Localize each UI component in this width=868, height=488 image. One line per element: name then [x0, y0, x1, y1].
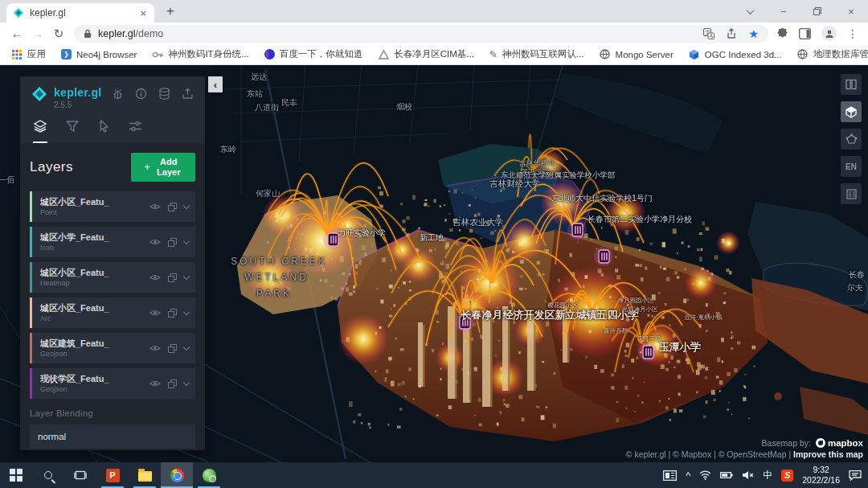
sogou-input-icon[interactable]: S — [781, 470, 793, 482]
taskbar-powerpoint[interactable]: P — [96, 462, 129, 488]
bug-report-icon[interactable] — [112, 88, 124, 100]
extensions-puzzle-icon[interactable] — [776, 27, 788, 39]
eye-icon[interactable] — [149, 273, 161, 281]
tab-interactions[interactable] — [97, 120, 110, 143]
layer-row[interactable]: 城区小区_Featu_Point — [30, 191, 195, 222]
bookmark-mongo[interactable]: Mongo Server — [600, 49, 674, 60]
panel-collapse-button[interactable]: ‹ — [208, 76, 223, 92]
bookmark-neo4j[interactable]: ❯ Neo4j Browser — [61, 49, 137, 59]
sliders-icon — [129, 120, 142, 133]
layer-row[interactable]: 现状学区_Featu_Geojson — [30, 368, 195, 399]
bookmark-internet-auth[interactable]: ✎ 神州数码互联网认... — [489, 48, 584, 60]
file-explorer-icon — [138, 471, 152, 482]
taskbar-search-button[interactable] — [32, 462, 64, 488]
bookmark-star-icon[interactable]: ★ — [748, 27, 759, 40]
volume-muted-icon[interactable] — [742, 470, 754, 480]
ime-indicator[interactable]: 中 — [763, 469, 772, 482]
improve-map-link[interactable]: Improve this map — [793, 449, 863, 459]
bookmark-label: 神州数码IT身份统... — [168, 48, 248, 60]
layer-row[interactable]: 城区小学_Featu_Icon — [30, 227, 195, 257]
map-control-column: EN — [841, 74, 862, 204]
eye-icon[interactable] — [149, 203, 161, 211]
export-share-icon[interactable] — [182, 88, 194, 100]
news-widget-icon[interactable] — [663, 470, 677, 481]
window-menu-chevron[interactable] — [733, 0, 767, 23]
duplicate-icon[interactable] — [168, 309, 177, 318]
bookmark-cim[interactable]: 长春净月区CIM基... — [378, 48, 474, 60]
eye-icon[interactable] — [149, 379, 161, 388]
eye-icon[interactable] — [149, 238, 161, 246]
clock-date: 2022/2/16 — [802, 475, 840, 486]
bookmark-ogc[interactable]: OGC Indexed 3d... — [689, 49, 782, 60]
toggle-3d-button[interactable] — [841, 101, 862, 122]
bookmark-geodb[interactable]: 地理数据库管理—... — [797, 48, 868, 60]
duplicate-icon[interactable] — [168, 379, 177, 388]
side-panel-icon[interactable] — [799, 28, 811, 39]
legend-button[interactable] — [841, 183, 862, 204]
taskbar-gis-app[interactable] — [193, 462, 225, 488]
map-credits: © kepler.gl | © Mapbox | © OpenStreetMap… — [626, 449, 793, 459]
layer-row[interactable]: 城区建筑_Featu_Geojson — [30, 333, 195, 363]
refresh-button[interactable]: ↻ — [48, 24, 69, 43]
layer-row[interactable]: 城区小区_Featu_Arc — [30, 297, 195, 328]
tab-filters[interactable] — [66, 120, 79, 143]
taskbar-clock[interactable]: 9:32 2022/2/16 — [802, 465, 840, 486]
map-canvas[interactable]: 远达东站民丰八道街烟校东岭一佰何家山SOUTH CREEKWETLANDPARK… — [0, 65, 868, 462]
key-icon — [152, 49, 163, 60]
start-button[interactable] — [0, 462, 32, 488]
add-layer-button[interactable]: + Add Layer — [131, 153, 195, 182]
chevron-down-icon[interactable] — [183, 202, 190, 208]
translate-icon[interactable]: 文 A — [703, 28, 714, 39]
eye-icon[interactable] — [149, 309, 161, 317]
chevron-down-icon[interactable] — [183, 237, 190, 244]
back-button[interactable]: ← — [6, 24, 27, 43]
duplicate-icon[interactable] — [168, 344, 177, 353]
profile-avatar[interactable] — [821, 26, 837, 41]
address-bar[interactable]: kepler.gl/demo 文 A ★ — [74, 25, 768, 43]
layer-row[interactable]: 城区小区_Featu_Heatmap — [30, 262, 195, 293]
taskbar-file-explorer[interactable] — [129, 462, 161, 488]
eye-icon[interactable] — [149, 344, 161, 352]
mapbox-logo-icon — [816, 438, 825, 448]
mapbox-logo[interactable]: mapbox — [816, 438, 863, 448]
forward-button[interactable]: → — [27, 24, 48, 43]
neo4j-favicon: ❯ — [61, 49, 72, 59]
powerpoint-icon: P — [106, 469, 120, 482]
taskbar-chrome[interactable] — [161, 462, 193, 488]
action-center-icon[interactable] — [849, 470, 862, 481]
layer-blending-select[interactable]: normal — [30, 424, 195, 449]
minimize-button[interactable]: − — [767, 0, 800, 23]
battery-icon[interactable] — [720, 471, 733, 479]
chevron-down-icon[interactable] — [183, 343, 190, 350]
new-tab-button[interactable]: + — [161, 2, 180, 20]
bookmark-baidu[interactable]: 百度一下，你就知道 — [264, 48, 363, 60]
info-icon[interactable] — [135, 88, 147, 100]
duplicate-icon[interactable] — [168, 203, 177, 211]
wifi-icon[interactable] — [699, 470, 711, 480]
locale-button[interactable]: EN — [841, 156, 862, 177]
tab-close-icon[interactable]: × — [138, 7, 148, 19]
omnibox-icons: 文 A ★ — [703, 27, 759, 40]
layer-name: 城区建筑_Featu_ — [40, 338, 149, 350]
data-table-icon[interactable] — [158, 88, 170, 100]
close-window-button[interactable]: × — [834, 0, 868, 23]
chevron-down-icon[interactable] — [183, 308, 190, 314]
tab-title: kepler.gl — [30, 7, 138, 18]
chevron-down-icon[interactable] — [183, 379, 190, 385]
restore-button[interactable] — [800, 0, 834, 23]
bookmark-it-identity[interactable]: 神州数码IT身份统... — [152, 48, 248, 60]
browser-tab[interactable]: kepler.gl × — [6, 3, 154, 23]
draw-polygon-button[interactable] — [841, 129, 862, 150]
bookmark-apps[interactable]: 应用 — [11, 48, 46, 60]
tray-expand-icon[interactable]: ^ — [686, 470, 690, 482]
chevron-down-icon[interactable] — [183, 273, 190, 279]
share-icon[interactable] — [726, 28, 737, 39]
apps-grid-icon — [11, 49, 23, 60]
tab-basemap-settings[interactable] — [129, 120, 142, 143]
task-view-button[interactable] — [64, 462, 96, 488]
split-map-button[interactable] — [841, 74, 862, 95]
browser-menu-icon[interactable]: ⋮ — [847, 27, 858, 40]
duplicate-icon[interactable] — [168, 238, 177, 247]
tab-layers[interactable] — [33, 120, 47, 143]
duplicate-icon[interactable] — [168, 273, 177, 282]
